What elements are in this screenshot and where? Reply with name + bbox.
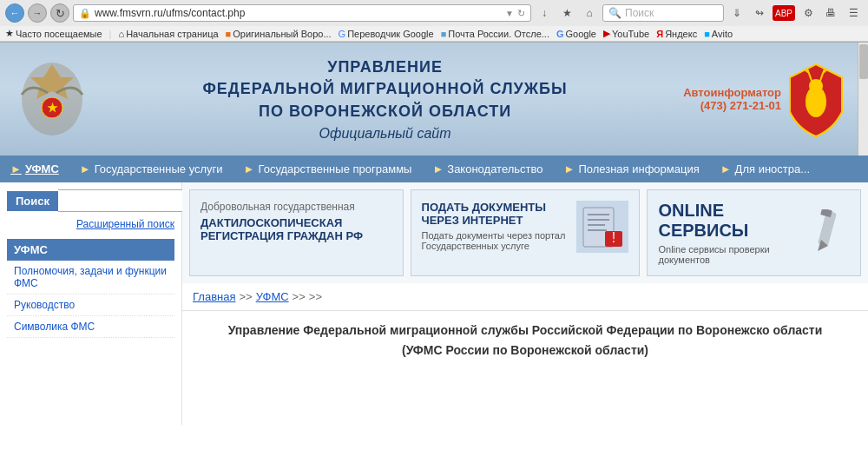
svg-rect-9: [588, 224, 605, 226]
reload-button[interactable]: ↻: [50, 3, 69, 23]
yandex-icon: Я: [656, 29, 663, 39]
bookmark-label: Google: [566, 29, 596, 39]
nav-item-foreign[interactable]: ► Для иностра...: [710, 156, 820, 182]
abp-icon[interactable]: ABP: [773, 5, 795, 21]
bookmark-translate[interactable]: G Переводчик Google: [339, 29, 434, 39]
sidebar-link-powers[interactable]: Полномочия, задачи и функции ФМС: [7, 261, 174, 294]
print-icon[interactable]: 🖶: [821, 3, 840, 23]
avito-icon: ■: [704, 29, 710, 39]
bookmark-orig[interactable]: ■ Оригинальный Воро...: [226, 29, 332, 39]
svg-text:!: !: [612, 230, 615, 245]
breadcrumb-home[interactable]: Главная: [193, 290, 235, 303]
card-main-title: ДАКТИЛОСКОПИЧЕСКАЯ РЕГИСТРАЦИЯ ГРАЖДАН Р…: [201, 216, 392, 242]
card-dactyloscopy: Добровольная государственная ДАКТИЛОСКОП…: [189, 189, 404, 276]
bookmark-google[interactable]: G Google: [556, 29, 596, 39]
save-icon[interactable]: ⇓: [727, 3, 746, 23]
nav-arrow-icon: ►: [10, 162, 22, 175]
nav-arrow-icon: ►: [432, 162, 444, 175]
svg-rect-7: [588, 214, 609, 215]
bookmark-label: Оригинальный Воро...: [233, 29, 331, 39]
nav-label: Полезная информация: [578, 162, 699, 175]
search-text: Поиск: [625, 7, 654, 19]
bookmark-frequent[interactable]: ★ Часто посещаемые: [5, 28, 102, 39]
home-button[interactable]: ⌂: [580, 3, 599, 23]
svg-rect-10: [588, 229, 607, 231]
download-button[interactable]: ↓: [535, 3, 554, 23]
forward-button[interactable]: →: [28, 3, 47, 23]
nav-item-services[interactable]: ► Государственные услуги: [69, 156, 233, 182]
scroll-thumb[interactable]: [859, 44, 868, 79]
browser-toolbar: ← → ↻ 🔒 www.fmsvrn.ru/ufms/contact.php ▼…: [0, 0, 868, 26]
svg-point-5: [809, 79, 823, 93]
right-logo: [781, 64, 851, 134]
nav-item-ufms[interactable]: ► УФМС: [0, 156, 69, 182]
star-icon: ★: [5, 28, 14, 39]
card-online-icon: [806, 201, 850, 265]
card-submit-title: ПОДАТЬ ДОКУМЕНТЫ ЧЕРЕЗ ИНТЕРНЕТ: [422, 201, 570, 227]
bookmark-avito[interactable]: ■ Avito: [704, 29, 733, 39]
breadcrumb-sep1: >>: [239, 290, 252, 303]
breadcrumb-ufms[interactable]: УФМС: [256, 290, 289, 303]
bookmark-star[interactable]: ★: [557, 3, 576, 23]
card-small-label: Добровольная государственная: [201, 201, 392, 213]
share-icon[interactable]: ↬: [750, 3, 769, 23]
breadcrumb-sep2: >>: [293, 290, 306, 303]
search-label: Поиск: [7, 191, 58, 211]
card-submit-docs: ПОДАТЬ ДОКУМЕНТЫ ЧЕРЕЗ ИНТЕРНЕТ Подать д…: [411, 189, 641, 276]
advanced-search-link[interactable]: Расширенный поиск: [76, 218, 174, 230]
sidebar-link-symbols[interactable]: Символика ФМС: [7, 316, 174, 338]
addon-icon[interactable]: ⚙: [799, 3, 818, 23]
bookmark-label: Начальная страница: [126, 29, 218, 39]
content-wrapper: Поиск 🔍 Расширенный поиск УФМС Полномочи…: [0, 182, 868, 425]
breadcrumb-sep3: >>: [309, 290, 322, 303]
sidebar-link-management[interactable]: Руководство: [7, 294, 174, 316]
bookmarks-bar: ★ Часто посещаемые | ⌂ Начальная страниц…: [0, 26, 868, 42]
back-button[interactable]: ←: [5, 3, 24, 23]
browser-search-bar[interactable]: 🔍 Поиск: [602, 4, 724, 22]
header-title-line3: ПО ВОРОНЕЖСКОЙ ОБЛАСТИ: [87, 101, 683, 122]
page-icon: G: [339, 29, 346, 39]
bookmark-home[interactable]: ⌂ Начальная страница: [118, 29, 218, 39]
page-content: ★ УПРАВЛЕНИЕ ФЕДЕРАЛЬНОЙ МИГРАЦИОННОЙ СЛ…: [0, 43, 868, 425]
page-main-title: Управление Федеральной миграционной служ…: [193, 321, 858, 340]
bookmark-label: Переводчик Google: [347, 29, 434, 39]
left-coat-of-arms: ★: [17, 60, 87, 138]
card-online-services: ONLINE СЕРВИСЫ Online сервисы проверки д…: [647, 189, 861, 276]
nav-arrow-icon: ►: [720, 162, 732, 175]
header-center: УПРАВЛЕНИЕ ФЕДЕРАЛЬНОЙ МИГРАЦИОННОЙ СЛУЖ…: [87, 56, 683, 142]
nav-label: УФМС: [25, 162, 59, 175]
bookmark-pochta[interactable]: ■ Почта России. Отсле...: [441, 29, 549, 39]
header-auto-info: Автоинформатор (473) 271-21-01: [683, 86, 781, 112]
refresh-icon[interactable]: ↻: [517, 8, 525, 19]
left-logo: ★: [17, 64, 87, 134]
card-online-title: ONLINE СЕРВИСЫ: [658, 201, 799, 241]
svg-rect-15: [820, 209, 832, 217]
address-bar[interactable]: 🔒 www.fmsvrn.ru/ufms/contact.php ▼ ↻: [73, 4, 531, 22]
bookmark-youtube[interactable]: ▶ YouTube: [603, 28, 649, 39]
auto-label: Автоинформатор: [683, 86, 781, 99]
url-text: www.fmsvrn.ru/ufms/contact.php: [95, 7, 502, 19]
document-svg: !: [579, 203, 627, 251]
nav-label: Государственные программы: [258, 162, 411, 175]
bookmark-yandex[interactable]: Я Яндекс: [656, 29, 697, 39]
auto-phone: (473) 271-21-01: [683, 99, 781, 112]
sidebar-ufms-section: УФМС Полномочия, задачи и функции ФМС Ру…: [7, 239, 174, 338]
dropdown-icon[interactable]: ▼: [505, 9, 514, 18]
cards-row: Добровольная государственная ДАКТИЛОСКОП…: [182, 182, 868, 283]
pen-svg: [809, 209, 848, 257]
card-online-subtitle: Online сервисы проверки документов: [658, 244, 799, 265]
lock-icon: 🔒: [79, 8, 91, 19]
nav-arrow-icon: ►: [244, 162, 255, 175]
main-navigation: ► УФМС ► Государственные услуги ► Госуда…: [0, 156, 868, 182]
search-input[interactable]: [58, 189, 196, 212]
nav-item-useful[interactable]: ► Полезная информация: [554, 156, 710, 182]
nav-item-programs[interactable]: ► Государственные программы: [233, 156, 423, 182]
main-content-area: Добровольная государственная ДАКТИЛОСКОП…: [182, 182, 868, 425]
page-scrollbar[interactable]: [858, 43, 868, 156]
bookmark-label: Почта России. Отсле...: [448, 29, 549, 39]
header-title-line2: ФЕДЕРАЛЬНОЙ МИГРАЦИОННОЙ СЛУЖБЫ: [87, 78, 683, 100]
nav-item-law[interactable]: ► Законодательство: [422, 156, 553, 182]
search-icon: 🔍: [608, 7, 621, 19]
bookmark-label: Часто посещаемые: [16, 29, 102, 39]
menu-button[interactable]: ☰: [844, 3, 863, 23]
